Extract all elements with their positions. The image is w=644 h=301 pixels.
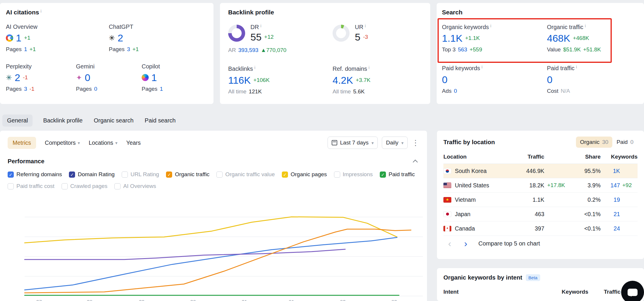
metric-label: Perplexity — [6, 63, 32, 70]
svg-text:30: 30 — [190, 299, 196, 301]
performance-chart[interactable]: 2728293031010203 — [0, 201, 427, 301]
ads-link[interactable]: 0 — [454, 88, 457, 94]
column-traffic: Traffic — [588, 289, 621, 295]
copilot-metric: Copilot 1 Pages 1 — [142, 63, 163, 92]
info-icon[interactable]: i — [40, 9, 41, 14]
compare-top5-label[interactable]: Compare top 5 on chart — [478, 240, 540, 247]
metric-value[interactable]: 0 — [442, 74, 448, 85]
table-row[interactable]: Canada 397 <0.1% 24 — [443, 221, 638, 236]
metric-value[interactable]: 0 — [547, 74, 553, 85]
performance-title: Performance — [8, 158, 44, 165]
checkbox-impressions[interactable]: Impressions — [334, 171, 373, 178]
competitors-dropdown[interactable]: Competitors ▾ — [45, 139, 80, 146]
keywords-link[interactable]: 147 — [601, 182, 620, 189]
table-row[interactable]: United States 18.2K +17.8K 3.9% 147 +92 — [443, 178, 638, 193]
info-icon[interactable]: i — [482, 65, 482, 69]
traffic-value: 397 — [500, 225, 544, 232]
metric-value[interactable]: 468K — [547, 32, 570, 44]
pages-link[interactable]: 3 — [24, 86, 27, 92]
backlinks-metric: Backlinksi 116K +106K All time 121K — [228, 65, 333, 95]
location-name: Vietnam — [455, 196, 476, 203]
intent-table-header: Intent Keywords Traffic — [443, 289, 638, 295]
top3-link[interactable]: 563 — [458, 46, 467, 53]
kebab-menu-icon[interactable]: ⋮ — [412, 138, 419, 147]
collapse-icon[interactable] — [413, 160, 418, 165]
tab-organic-search[interactable]: Organic search — [93, 115, 134, 127]
chevron-down-icon: ▾ — [78, 141, 80, 145]
sub-delta: +559 — [470, 46, 482, 53]
chat-widget-button[interactable] — [621, 281, 644, 301]
url-rating-metric: URi 5 -3 — [333, 23, 368, 53]
pages-link[interactable]: 0 — [94, 86, 97, 92]
pages-link[interactable]: 1 — [160, 86, 163, 92]
tab-paid-search[interactable]: Paid search — [144, 115, 176, 127]
checkbox-organic-traffic[interactable]: ✓Organic traffic — [166, 171, 209, 178]
sub-value: $51.9K — [563, 46, 581, 53]
info-icon[interactable]: i — [490, 23, 491, 28]
checkbox-paid-traffic[interactable]: ✓Paid traffic — [380, 171, 415, 178]
calendar-icon — [332, 140, 337, 145]
traffic-value: 446.9K — [500, 168, 544, 174]
pages-link[interactable]: 3 — [127, 46, 130, 53]
metric-delta: +12 — [264, 34, 274, 40]
info-icon[interactable]: i — [585, 23, 586, 28]
backlink-profile-card: Backlink profile DRi 55 +12 AR 393,593 ▲… — [220, 3, 430, 104]
metric-checkbox-row: ✓Referring domains ✓Domain Rating URL Ra… — [8, 171, 419, 178]
metric-label: DR — [250, 24, 259, 30]
prev-page-icon[interactable]: ‹ — [445, 239, 454, 248]
checkbox-domain-rating[interactable]: ✓Domain Rating — [69, 171, 115, 178]
sub-label: Pages — [6, 46, 22, 53]
ur-gauge — [333, 25, 350, 42]
table-row[interactable]: Vietnam 1.1K 0.2% 19 — [443, 193, 638, 207]
site-explorer-overview-page: { "icons": {"info":"i","caret":"▾","keba… — [0, 0, 644, 301]
metrics-button[interactable]: Metrics — [8, 137, 36, 149]
checkbox-url-rating[interactable]: URL Rating — [122, 171, 159, 178]
info-icon[interactable]: i — [260, 23, 261, 28]
metric-checkbox-row: Paid traffic cost Crawled pages AI Overv… — [8, 183, 419, 189]
info-icon[interactable]: i — [365, 23, 366, 28]
table-row[interactable]: South Korea 446.9K 95.5% 1K — [443, 164, 638, 178]
metric-value[interactable]: 1.1K — [442, 32, 462, 44]
metric-value: 2 — [15, 72, 20, 83]
metric-delta: +1.1K — [465, 35, 480, 41]
next-page-icon[interactable]: › — [461, 239, 470, 248]
keywords-link[interactable]: 21 — [601, 211, 620, 218]
tab-backlink-profile[interactable]: Backlink profile — [43, 115, 83, 127]
checkbox-organic-pages[interactable]: ✓Organic pages — [282, 171, 327, 178]
info-icon[interactable]: i — [369, 65, 370, 70]
sub-delta: ▲770,070 — [261, 47, 287, 53]
paid-count: 0 — [630, 139, 633, 145]
checkbox-crawled-pages[interactable]: Crawled pages — [62, 183, 108, 189]
keywords-link[interactable]: 1K — [601, 168, 620, 174]
ai-overview-metric: AI Overview 1 +1 Pages 1 +1 — [6, 23, 109, 53]
locations-dropdown[interactable]: Locations ▾ — [89, 139, 118, 146]
metric-value[interactable]: 116K — [228, 74, 251, 86]
organic-toggle-button[interactable]: Organic 30 — [576, 137, 613, 148]
info-icon[interactable]: i — [576, 65, 577, 69]
table-row[interactable]: Japan 463 <0.1% 21 — [443, 207, 638, 221]
checkbox-referring-domains[interactable]: ✓Referring domains — [8, 171, 62, 178]
svg-text:29: 29 — [139, 299, 145, 301]
chevron-down-icon: ▾ — [372, 141, 374, 145]
checkbox-paid-traffic-cost[interactable]: Paid traffic cost — [8, 183, 55, 189]
tab-general[interactable]: General — [2, 115, 33, 127]
ar-link[interactable]: 393,593 — [238, 47, 258, 53]
keywords-link[interactable]: 19 — [601, 196, 620, 203]
granularity-dropdown[interactable]: Daily ▾ — [382, 137, 408, 149]
location-table-header: Location Traffic Share Keywords — [443, 154, 638, 164]
paid-toggle-label: Paid — [616, 139, 628, 145]
checkbox-ai-overviews[interactable]: AI Overviews — [114, 183, 156, 189]
checkbox-organic-traffic-value[interactable]: Organic traffic value — [216, 171, 275, 178]
keywords-link[interactable]: 24 — [601, 225, 620, 232]
date-range-dropdown[interactable]: Last 7 days ▾ — [328, 137, 378, 149]
info-icon[interactable]: i — [254, 65, 255, 70]
metric-label: Gemini — [76, 63, 94, 70]
metric-delta: +468K — [573, 35, 589, 41]
flag-south-korea-icon — [443, 168, 451, 174]
years-button[interactable]: Years — [126, 139, 141, 146]
metric-value[interactable]: 4.2K — [333, 74, 353, 86]
pages-link[interactable]: 1 — [24, 46, 27, 53]
column-location: Location — [443, 154, 500, 160]
paid-toggle-button[interactable]: Paid 0 — [612, 137, 638, 148]
ai-citations-card: AI citationsi AI Overview 1 +1 Pages 1 +… — [0, 3, 213, 104]
